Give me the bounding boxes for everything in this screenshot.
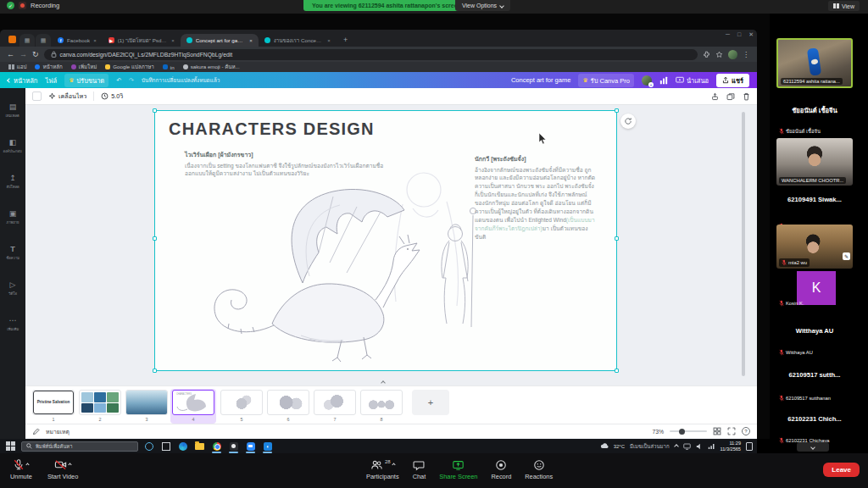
video-options-chevron[interactable] — [68, 463, 71, 466]
thumbnail-slide-8[interactable]: 8 — [360, 390, 403, 422]
unmute-button[interactable]: Unmute — [10, 458, 32, 480]
cortana-button[interactable] — [142, 440, 155, 452]
thumbnail-slide-1[interactable]: Pristine Salvation 1 — [32, 390, 75, 422]
grid-view-icon[interactable] — [713, 427, 721, 435]
mic-options-chevron[interactable] — [26, 463, 30, 466]
address-bar[interactable]: canva.com/design/DAE2tCQi_Ls/2MFLDBz9HTl… — [44, 49, 698, 60]
resize-handle[interactable] — [153, 236, 157, 241]
duplicate-page-icon[interactable] — [726, 92, 735, 101]
thumbnail-slide-6[interactable]: 6 — [267, 390, 309, 422]
resize-handle[interactable] — [615, 369, 619, 373]
participant-tile-witthaya[interactable]: Witthaya AU Witthaya AU — [776, 317, 853, 358]
thumbnail-slide-3[interactable]: 3 — [125, 390, 168, 422]
browser-menu-icon[interactable]: ⋮ — [743, 51, 750, 58]
sidebar-item-more[interactable]: ⋯เพิ่มเติม — [0, 307, 25, 342]
participants-options-chevron[interactable] — [392, 463, 395, 466]
file-explorer-button[interactable] — [193, 440, 206, 452]
participant-video-wanchalerm[interactable]: WANCHALERM CHOOTR... — [776, 138, 853, 186]
slide-title[interactable]: CHARACTERS DESIGN — [169, 119, 375, 139]
collapse-thumbnails-icon[interactable] — [381, 380, 386, 385]
participant-tile-chichaya[interactable]: 62102231 Chich... 62102231 Chichaya — [776, 405, 853, 446]
account-avatar[interactable]: + — [642, 75, 652, 86]
sidebar-item-videos[interactable]: ▷วิดีโอ — [0, 271, 25, 307]
close-tab-icon[interactable]: × — [93, 38, 97, 43]
redo-button[interactable]: ↷ — [129, 77, 134, 84]
sidebar-item-elements[interactable]: ◧องค์ประกอบ — [0, 129, 25, 164]
forward-button[interactable]: → — [19, 51, 27, 58]
canva-file-button[interactable]: ไฟล์ — [45, 75, 57, 86]
participants-button[interactable]: 28 Participants — [366, 458, 399, 480]
add-page-button[interactable]: + — [412, 390, 449, 415]
share-button[interactable]: แชร์ — [716, 74, 749, 87]
start-button[interactable] — [4, 440, 17, 452]
present-button[interactable]: นำเสนอ — [676, 75, 709, 86]
pinned-tab[interactable]: ▦ — [19, 34, 35, 47]
back-button[interactable]: ← — [7, 51, 14, 58]
zoom-app-button[interactable] — [244, 440, 257, 452]
participant-tile-kosin[interactable]: K Kosin K. — [776, 271, 853, 308]
participant-tile-sutthanan[interactable]: 62109517 sutth... 62109517 sutthanan — [776, 361, 853, 403]
record-button[interactable]: Record — [491, 458, 511, 480]
delete-page-icon[interactable] — [743, 92, 750, 101]
display-icon[interactable] — [683, 443, 691, 450]
share-screen-button[interactable]: Share Screen — [439, 458, 477, 480]
line-app-button[interactable]: ◖ — [261, 440, 274, 452]
pinned-tab-icon[interactable] — [8, 36, 16, 43]
bookmark-item[interactable]: เพิ่มใหม่ — [71, 63, 97, 71]
help-button[interactable]: ? — [742, 427, 750, 435]
tab-youtube[interactable]: ▶ (1) "เปิดโหมด" PsdPralavendula... × — [103, 34, 181, 47]
close-tab-icon[interactable]: × — [171, 38, 175, 43]
thumbnail-slide-2[interactable]: 2 — [79, 390, 121, 422]
tray-expand-icon[interactable] — [674, 444, 679, 449]
resize-handle[interactable] — [615, 236, 619, 241]
sidebar-item-uploads[interactable]: ↥อัปโหลด — [0, 164, 25, 200]
bookmark-star-icon[interactable] — [715, 51, 723, 58]
maximize-button[interactable]: □ — [737, 31, 741, 38]
tab-facebook[interactable]: f Facebook × — [52, 34, 103, 47]
minimize-button[interactable]: ─ — [726, 31, 730, 38]
bookmark-sakura[interactable]: sakura emoji - ค้นห... — [183, 63, 240, 71]
canvas-scrollbar[interactable] — [742, 112, 745, 376]
participant-tile-chaianan[interactable]: ชัยอนันต์ เชื้อจีน ชัยอนันต์ เชื้อจีน — [776, 90, 853, 137]
extension-icon[interactable] — [703, 51, 710, 58]
task-view-button[interactable] — [159, 440, 172, 452]
start-video-button[interactable]: Start Video — [47, 458, 78, 480]
action-center-icon[interactable] — [746, 442, 753, 451]
thumbnail-slide-7[interactable]: 7 — [314, 390, 356, 422]
canva-pro-button[interactable]: ♛รับ Canva Pro — [578, 74, 634, 87]
resize-handle[interactable] — [615, 108, 619, 113]
leave-button[interactable]: Leave — [823, 463, 860, 477]
bookmark-google-translate[interactable]: Google แปลภาษา — [105, 63, 154, 71]
bookmark-linkedin[interactable]: in — [163, 64, 175, 70]
zoom-slider-knob[interactable] — [679, 429, 685, 435]
canva-home-button[interactable]: หน้าหลัก — [8, 75, 37, 86]
notes-button[interactable]: หมายเหตุ — [46, 427, 70, 436]
export-page-icon[interactable] — [711, 92, 719, 101]
thumbnail-slide-4-selected[interactable]: CHARACTERS 4 — [170, 389, 216, 424]
duration-button[interactable]: 5.0วิ — [101, 92, 123, 101]
resize-handle[interactable] — [153, 369, 157, 373]
canva-resize-button[interactable]: ♛ปรับขนาด — [64, 74, 108, 87]
fullscreen-icon[interactable] — [727, 427, 736, 435]
animate-button[interactable]: เคลื่อนไหว — [48, 92, 86, 101]
resize-handle[interactable] — [153, 108, 157, 113]
weather-text[interactable]: มีเมฆเป็นส่วนมาก — [630, 442, 669, 451]
chrome-button[interactable] — [210, 440, 223, 452]
undo-button[interactable]: ↶ — [116, 77, 121, 84]
sidebar-item-photos[interactable]: ▣ภาพถ่าย — [0, 200, 25, 236]
tab-canva-active[interactable]: Concept art for game - งานส่งนาย... × — [181, 34, 259, 47]
participant-video-mta2wu[interactable]: ✎ mta2 wu — [776, 225, 853, 269]
tab-canva-projects[interactable]: งานของเรา Concept art for game × — [259, 34, 337, 47]
taskbar-search[interactable]: พิมพ์ที่นี่เพื่อค้นหา — [21, 441, 138, 452]
slide-page[interactable]: CHARACTERS DESIGN ไวเวิร์นเผือก [ผ้ามังก… — [155, 111, 616, 370]
clock[interactable]: 11:29 11/3/2565 — [721, 441, 741, 452]
insights-icon[interactable] — [659, 76, 668, 85]
new-tab-button[interactable]: + — [340, 34, 352, 46]
chat-button[interactable]: Chat — [413, 458, 426, 480]
speaker-icon[interactable] — [696, 443, 703, 450]
reactions-button[interactable]: Reactions — [525, 458, 553, 480]
edge-button[interactable] — [176, 440, 189, 452]
design-title[interactable]: Concept art for game — [511, 76, 570, 84]
participant-video-ashita[interactable]: 62112594 ashita rattana... — [776, 38, 853, 88]
app-button[interactable] — [227, 440, 240, 452]
